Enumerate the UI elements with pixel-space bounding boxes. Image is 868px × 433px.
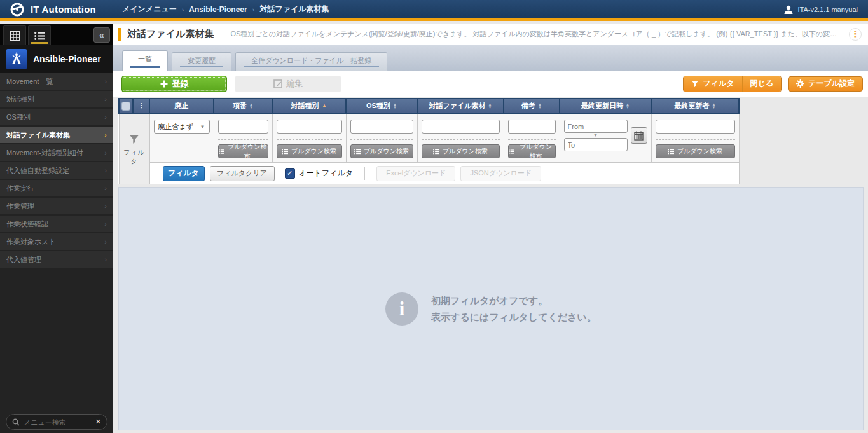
filter-close-button[interactable]: 閉じる: [742, 76, 782, 92]
sidebar-empty-area: [0, 269, 113, 409]
funnel-icon: [128, 134, 140, 144]
sort-asc-icon[interactable]: ▲: [322, 103, 327, 109]
column-header-dialog-type[interactable]: 対話種別▲: [272, 99, 346, 113]
app-brand[interactable]: IT Automation: [0, 1, 113, 18]
item-number-filter-input[interactable]: [218, 120, 268, 134]
discard-filter-select[interactable]: 廃止含まず ▼: [154, 120, 210, 134]
sidebar-tab-list-view[interactable]: [28, 25, 51, 45]
dialog-file-filter-input[interactable]: [422, 120, 500, 134]
json-download-button[interactable]: JSONダウンロード: [460, 166, 541, 181]
sidebar-item-os-type[interactable]: OS種別›: [0, 109, 113, 125]
sidebar-item-dialog-file-collection[interactable]: 対話ファイル素材集›: [0, 127, 113, 143]
os-type-filter-input[interactable]: [350, 120, 413, 134]
breadcrumb-separator: ›: [252, 6, 255, 13]
auto-filter-toggle[interactable]: ✓ オートフィルタ: [285, 168, 354, 179]
menu-search-box[interactable]: ✕: [6, 414, 107, 430]
chevron-right-icon: ›: [104, 149, 107, 156]
chevron-right-icon: ›: [104, 238, 107, 245]
select-all-cell[interactable]: [119, 99, 133, 113]
description-more-button[interactable]: ⋮: [849, 28, 862, 41]
chevron-right-icon: ›: [104, 220, 107, 228]
checkbox-checked-icon[interactable]: ✓: [285, 168, 295, 179]
excel-download-button[interactable]: Excelダウンロード: [376, 166, 455, 181]
row-menu-cell[interactable]: ⋮: [133, 99, 149, 113]
user-label: ITA-v2.1.1 manyual: [797, 6, 858, 13]
dialog-file-pulldown-search-button[interactable]: プルダウン検索: [422, 144, 500, 158]
kebab-icon: ⋮: [138, 102, 145, 109]
divider: [422, 139, 500, 140]
column-header-item-number[interactable]: 項番▲▼: [214, 99, 272, 113]
updated-to-input[interactable]: [564, 138, 628, 151]
ita-logo-icon: [9, 1, 25, 18]
column-header-note[interactable]: 備考▲▼: [504, 99, 560, 113]
sidebar-item-dialog-type[interactable]: 対話種別›: [0, 91, 113, 107]
edit-button[interactable]: 編集: [235, 76, 341, 92]
sidebar-item-operation-execute[interactable]: 作業実行›: [0, 180, 113, 196]
empty-filter-message: 初期フィルタがオフです。 表示するにはフィルタしてください。: [431, 292, 596, 326]
page-description: OS種別ごとの対話ファイルをメンテナンス(閲覧/登録/更新/廃止)できます。 対…: [230, 29, 843, 39]
sidebar-app-name: Ansible-Pioneer: [33, 54, 101, 64]
sidebar-item-operation-status[interactable]: 作業状態確認›: [0, 216, 113, 232]
sort-icons[interactable]: ▲▼: [538, 103, 542, 109]
updated-from-input[interactable]: [564, 120, 628, 133]
tab-bulk-download-upload[interactable]: 全件ダウンロード・ファイル一括登録: [235, 52, 387, 71]
sort-icons[interactable]: ▲▼: [626, 103, 630, 109]
tab-list[interactable]: 一覧: [122, 50, 168, 71]
sidebar-item-substitution-manage[interactable]: 代入値管理›: [0, 251, 113, 268]
calendar-icon: [634, 131, 644, 141]
dialog-type-pulldown-search-button[interactable]: プルダウン検索: [277, 144, 342, 158]
updater-pulldown-search-button[interactable]: プルダウン検索: [656, 144, 735, 158]
tab-change-history[interactable]: 変更履歴: [172, 52, 231, 71]
data-table: ⋮ 廃止 項番▲▼ 対話種別▲ OS種別▲▼ 対話ファイル素材▲▼ 備考▲▼ 最…: [118, 98, 740, 184]
column-header-dialog-file[interactable]: 対話ファイル素材▲▼: [417, 99, 504, 113]
sidebar-item-operation-manage[interactable]: 作業管理›: [0, 198, 113, 214]
divider: [218, 139, 268, 140]
sidebar-tab-grid-view[interactable]: [3, 25, 26, 45]
filter-cell-dialog-type: プルダウン検索: [272, 113, 346, 163]
dialog-type-filter-input[interactable]: [277, 120, 342, 134]
filter-cell-last-updater: プルダウン検索: [651, 113, 739, 163]
os-type-pulldown-search-button[interactable]: プルダウン検索: [350, 144, 413, 158]
sort-icons[interactable]: ▲▼: [249, 103, 253, 109]
sidebar-item-movement-list[interactable]: Movement一覧›: [0, 73, 113, 90]
sidebar-collapse-button[interactable]: «: [93, 27, 110, 43]
message-line-1: 初期フィルタがオフです。: [431, 292, 596, 309]
calendar-button[interactable]: [631, 127, 647, 144]
filter-toggle-button[interactable]: フィルタ: [684, 76, 741, 92]
content-tabs: 一覧 変更履歴 全件ダウンロード・ファイル一括登録: [113, 45, 868, 71]
clear-search-icon[interactable]: ✕: [95, 418, 101, 426]
user-menu[interactable]: ITA-v2.1.1 manyual: [783, 4, 868, 15]
column-header-last-updated[interactable]: 最終更新日時▲▼: [560, 99, 651, 113]
list-icon: [219, 149, 224, 155]
sort-icons[interactable]: ▲▼: [393, 103, 397, 109]
note-pulldown-search-button[interactable]: プルダウン検索: [508, 144, 556, 158]
clear-filter-button[interactable]: フィルタクリア: [210, 166, 275, 181]
note-filter-input[interactable]: [508, 120, 556, 134]
menu-search-input[interactable]: [24, 418, 92, 426]
filter-cell-note: プルダウン検索: [504, 113, 560, 163]
caret-down-icon: ▼: [564, 133, 628, 138]
table-settings-button[interactable]: テーブル設定: [788, 76, 863, 92]
apply-filter-button[interactable]: フィルタ: [163, 166, 205, 181]
plus-icon: [160, 80, 168, 88]
sort-icons[interactable]: ▲▼: [488, 103, 492, 109]
updater-filter-input[interactable]: [656, 120, 735, 134]
caret-down-icon: ▼: [200, 124, 205, 130]
sidebar-item-substitution-auto-reg[interactable]: 代入値自動登録設定›: [0, 162, 113, 179]
info-icon: i: [385, 292, 418, 326]
column-header-last-updater[interactable]: 最終更新者▲▼: [651, 99, 739, 113]
sidebar-item-operation-target-host[interactable]: 作業対象ホスト›: [0, 233, 113, 250]
column-header-discard[interactable]: 廃止: [149, 99, 214, 113]
user-icon: [783, 4, 794, 15]
column-header-os-type[interactable]: OS種別▲▼: [346, 99, 417, 113]
breadcrumb-ansible-pioneer[interactable]: Ansible-Pioneer: [189, 5, 247, 14]
sort-icons[interactable]: ▲▼: [712, 103, 716, 109]
kebab-icon: ⋮: [851, 29, 860, 39]
filter-actions-cell: フィルタ フィルタクリア ✓ オートフィルタ Excelダウンロード JSONダ…: [149, 163, 739, 184]
breadcrumb-main-menu[interactable]: メインメニュー: [122, 4, 177, 15]
item-number-pulldown-search-button[interactable]: プルダウン検索: [218, 144, 268, 158]
sidebar-item-movement-dialog-link[interactable]: Movement-対話種別紐付›: [0, 144, 113, 161]
select-all-checkbox[interactable]: [121, 102, 130, 111]
register-button[interactable]: 登録: [121, 76, 227, 92]
sidebar-view-tabs: «: [0, 24, 113, 45]
